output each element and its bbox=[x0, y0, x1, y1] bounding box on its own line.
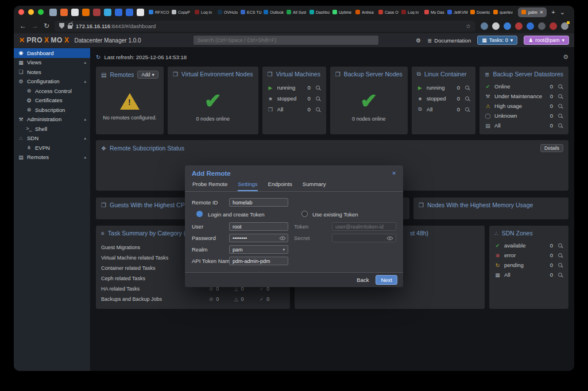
remote-id-input[interactable] bbox=[229, 198, 288, 207]
pinned-tab[interactable] bbox=[71, 9, 79, 16]
sidebar-item-subscription[interactable]: ⊕Subscription bbox=[14, 105, 90, 115]
browser-tab[interactable]: Uptime bbox=[332, 10, 354, 14]
search-icon[interactable] bbox=[558, 273, 562, 277]
global-search-input[interactable] bbox=[194, 36, 378, 45]
tab-settings[interactable]: Settings bbox=[238, 181, 257, 191]
extension-icon[interactable] bbox=[481, 22, 488, 30]
browser-tab[interactable]: Case O bbox=[378, 10, 400, 14]
browser-tab[interactable]: Log in bbox=[401, 10, 423, 14]
refresh-icon[interactable]: ↻ bbox=[96, 54, 100, 60]
collapse-caret-icon[interactable]: ▴ bbox=[84, 136, 86, 141]
tab-list-chevron[interactable]: ⌄ bbox=[560, 9, 565, 16]
tracking-protection-shield-icon[interactable] bbox=[59, 23, 64, 29]
collapse-caret-icon[interactable]: ▴ bbox=[84, 155, 86, 160]
close-tab-icon[interactable]: ✕ bbox=[540, 10, 544, 15]
sidebar-item-dashboard[interactable]: ◉Dashboard bbox=[14, 48, 90, 58]
tab-endpoints[interactable]: Endpoints bbox=[268, 181, 292, 191]
show-password-eye-icon[interactable] bbox=[280, 237, 285, 240]
tab-probe-remote[interactable]: Probe Remote bbox=[192, 181, 227, 191]
add-remote-button[interactable]: Add▾ bbox=[137, 71, 158, 79]
reload-button[interactable]: ↻ bbox=[44, 22, 49, 30]
search-icon[interactable] bbox=[316, 96, 320, 100]
noscript-icon[interactable] bbox=[538, 22, 546, 30]
url-bar[interactable]: 172.16.16.116:8443/#/dashboard ☆ bbox=[55, 21, 475, 32]
browser-tab[interactable]: My Das bbox=[424, 10, 446, 14]
back-button[interactable]: ← bbox=[20, 22, 26, 30]
pinned-tab[interactable] bbox=[82, 9, 90, 16]
collapse-caret-icon[interactable]: ▴ bbox=[84, 60, 86, 65]
pinned-tab[interactable] bbox=[126, 9, 133, 16]
adblock-icon[interactable] bbox=[515, 22, 523, 30]
back-button[interactable]: Back bbox=[357, 277, 369, 283]
sidebar-item-administration[interactable]: ⚒Administration▴ bbox=[14, 115, 90, 125]
search-icon[interactable] bbox=[558, 114, 562, 118]
user-input[interactable] bbox=[229, 222, 288, 231]
details-button[interactable]: Details bbox=[540, 144, 563, 152]
theme-gear-icon[interactable]: ⚙ bbox=[416, 37, 421, 44]
search-icon[interactable] bbox=[465, 86, 469, 90]
close-icon[interactable]: ✕ bbox=[392, 171, 396, 176]
tasks-button[interactable]: ▦Tasks: 0▾ bbox=[477, 36, 517, 45]
sidebar-item-shell[interactable]: >_Shell bbox=[14, 124, 90, 134]
browser-tab[interactable]: Downlo bbox=[470, 10, 492, 14]
radio-login-create-token[interactable] bbox=[196, 211, 203, 217]
maximize-window-button[interactable] bbox=[38, 9, 44, 15]
blocker-icon[interactable] bbox=[550, 22, 557, 30]
tab-summary[interactable]: Summary bbox=[303, 181, 326, 191]
sidebar-item-views[interactable]: ▦Views▴ bbox=[14, 58, 90, 68]
pinned-tab[interactable] bbox=[137, 9, 144, 16]
browser-tab[interactable]: Outlook bbox=[264, 10, 285, 14]
search-icon[interactable] bbox=[558, 263, 562, 267]
radio-use-existing-token[interactable] bbox=[301, 211, 308, 217]
documentation-link[interactable]: ≣Documentation bbox=[427, 37, 471, 44]
extensions-puzzle-icon[interactable] bbox=[561, 22, 568, 30]
sidebar-item-access-control[interactable]: ⊛Access Control bbox=[14, 86, 90, 96]
realm-select[interactable]: pam▾ bbox=[229, 245, 288, 254]
pinned-tab[interactable] bbox=[93, 9, 100, 16]
user-menu-button[interactable]: ♟root@pam▾ bbox=[524, 36, 569, 45]
browser-tab[interactable]: OVHclo bbox=[218, 10, 239, 14]
search-icon[interactable] bbox=[558, 253, 562, 257]
share-icon[interactable] bbox=[492, 22, 500, 30]
sidebar-item-configuration[interactable]: ⚙Configuration▴ bbox=[14, 77, 90, 87]
sidebar-item-certificates[interactable]: ❂Certificates bbox=[14, 96, 90, 106]
browser-tab[interactable]: JetKVM bbox=[447, 10, 469, 14]
onetab-icon[interactable] bbox=[527, 22, 534, 30]
browser-tab[interactable]: All Syst bbox=[287, 10, 308, 14]
pinned-tab[interactable] bbox=[115, 9, 122, 16]
pinned-tab[interactable] bbox=[104, 9, 111, 16]
browser-tab[interactable]: RFXCO bbox=[149, 10, 170, 14]
sidebar-item-sdn[interactable]: ∴SDN▴ bbox=[14, 134, 90, 144]
pinned-tab[interactable] bbox=[49, 9, 57, 16]
collapse-caret-icon[interactable]: ▴ bbox=[84, 117, 86, 122]
search-icon[interactable] bbox=[316, 107, 320, 111]
dialog-header[interactable]: Add Remote ✕ bbox=[185, 165, 403, 179]
download-icon[interactable] bbox=[504, 22, 511, 30]
browser-tab[interactable]: Dashbo bbox=[310, 10, 331, 14]
sidebar-item-notes[interactable]: ❏Notes bbox=[14, 67, 90, 77]
close-window-button[interactable] bbox=[18, 9, 24, 15]
collapse-caret-icon[interactable]: ▴ bbox=[84, 79, 86, 84]
browser-tab[interactable]: CopyP bbox=[172, 10, 193, 14]
browser-tab[interactable]: Log in bbox=[195, 10, 216, 14]
forward-button[interactable]: → bbox=[32, 22, 38, 30]
sidebar-item-remotes[interactable]: ▤Remotes▴ bbox=[14, 153, 90, 162]
dashboard-settings-gear-icon[interactable]: ⚙ bbox=[563, 53, 568, 61]
search-icon[interactable] bbox=[558, 104, 562, 108]
api-token-name-input[interactable] bbox=[229, 257, 288, 265]
new-tab-button[interactable]: + bbox=[551, 9, 555, 16]
search-icon[interactable] bbox=[558, 243, 562, 247]
active-tab-pdm[interactable]: pdm ✕ bbox=[518, 7, 547, 17]
sidebar-item-evpn[interactable]: ⋔EVPN bbox=[14, 143, 90, 153]
bookmark-star-icon[interactable]: ☆ bbox=[466, 23, 471, 29]
search-icon[interactable] bbox=[558, 94, 562, 98]
search-icon[interactable] bbox=[316, 86, 320, 90]
browser-tab[interactable]: guerlev bbox=[493, 10, 514, 14]
browser-tab[interactable]: Antrea bbox=[355, 10, 377, 14]
search-icon[interactable] bbox=[465, 107, 469, 111]
search-icon[interactable] bbox=[465, 96, 469, 100]
insecure-lock-icon[interactable] bbox=[68, 25, 72, 29]
next-button[interactable]: Next bbox=[376, 275, 397, 285]
search-icon[interactable] bbox=[558, 123, 562, 127]
minimize-window-button[interactable] bbox=[28, 9, 34, 15]
